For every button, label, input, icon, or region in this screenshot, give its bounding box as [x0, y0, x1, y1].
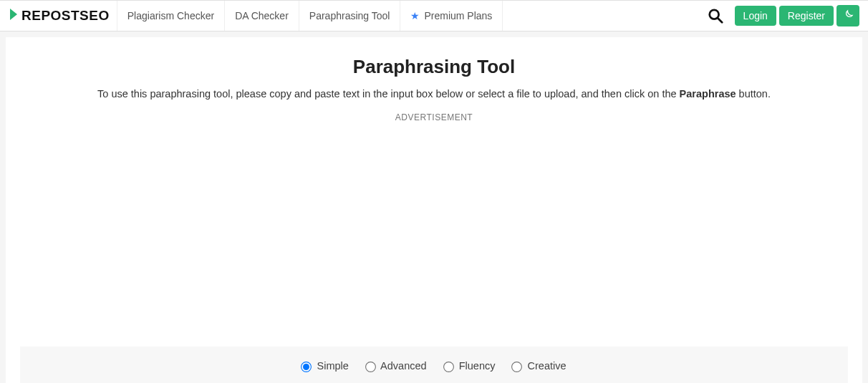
- nav-links: Plagiarism Checker DA Checker Paraphrasi…: [117, 1, 503, 31]
- mode-fluency[interactable]: Fluency: [444, 360, 498, 372]
- page-subtitle: To use this paraphrasing tool, please co…: [20, 88, 848, 100]
- moon-icon: [842, 9, 854, 23]
- svg-line-1: [718, 19, 722, 22]
- top-navigation: REPOSTSEO Plagiarism Checker DA Checker …: [0, 0, 868, 31]
- search-icon[interactable]: [708, 8, 723, 24]
- subtitle-pre: To use this paraphrasing tool, please co…: [97, 88, 680, 100]
- nav-premium-label: Premium Plans: [424, 10, 492, 21]
- page-title: Paraphrasing Tool: [20, 56, 848, 78]
- mode-advanced-radio[interactable]: [365, 362, 376, 372]
- advertisement-space: [20, 128, 848, 346]
- register-button[interactable]: Register: [779, 6, 834, 26]
- mode-creative-radio[interactable]: [512, 362, 523, 372]
- login-button[interactable]: Login: [735, 6, 776, 26]
- mode-advanced-label: Advanced: [380, 360, 427, 372]
- mode-creative[interactable]: Creative: [512, 360, 566, 372]
- star-icon: ★: [410, 10, 420, 21]
- nav-plagiarism-checker[interactable]: Plagiarism Checker: [117, 1, 224, 31]
- nav-premium-plans[interactable]: ★ Premium Plans: [400, 1, 503, 31]
- nav-da-checker[interactable]: DA Checker: [224, 1, 299, 31]
- mode-selector: Simple Advanced Fluency Creative: [20, 346, 848, 383]
- subtitle-bold: Paraphrase: [680, 88, 736, 100]
- mode-simple-label: Simple: [317, 360, 349, 372]
- dark-mode-toggle[interactable]: [836, 5, 859, 26]
- subtitle-post: button.: [736, 88, 771, 100]
- mode-advanced[interactable]: Advanced: [366, 360, 430, 372]
- mode-fluency-label: Fluency: [459, 360, 496, 372]
- main-card: Paraphrasing Tool To use this paraphrasi…: [6, 37, 862, 383]
- logo[interactable]: REPOSTSEO: [9, 7, 110, 25]
- logo-icon: [9, 7, 20, 25]
- mode-simple[interactable]: Simple: [302, 360, 351, 372]
- logo-text: REPOSTSEO: [21, 8, 110, 24]
- mode-creative-label: Creative: [528, 360, 566, 372]
- advertisement-label: ADVERTISEMENT: [20, 112, 848, 122]
- mode-simple-radio[interactable]: [302, 362, 312, 372]
- svg-point-0: [709, 10, 718, 19]
- nav-paraphrasing-tool[interactable]: Paraphrasing Tool: [299, 1, 400, 31]
- mode-fluency-radio[interactable]: [443, 362, 454, 372]
